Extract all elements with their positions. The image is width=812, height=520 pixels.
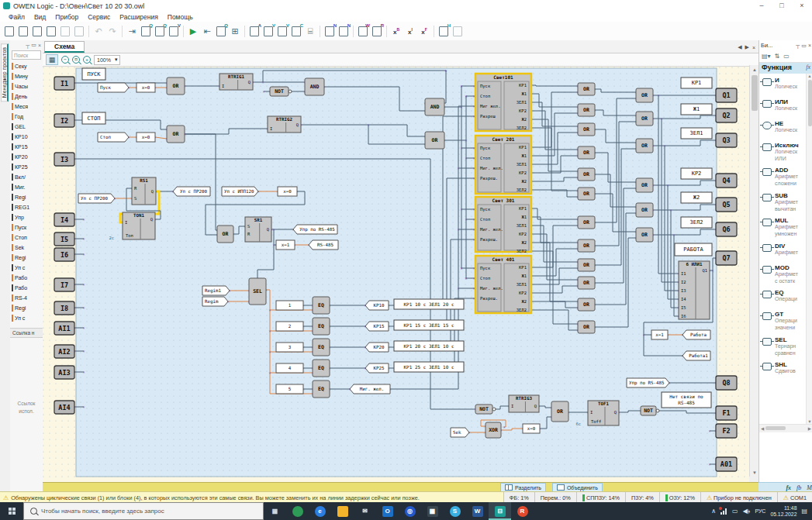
notification-center-icon[interactable]: ▤ — [801, 508, 807, 515]
tab-schema[interactable]: Схема — [44, 41, 85, 53]
menu-Файл[interactable]: Файл — [4, 13, 29, 21]
function-item-MOD[interactable]: MODАрифметс остатк — [759, 261, 812, 287]
library-tab-fx[interactable]: fx — [786, 484, 791, 491]
variable-item[interactable]: Упр — [10, 212, 43, 222]
variable-item[interactable]: Рабо — [10, 273, 43, 283]
function-item-И[interactable]: ИЛогическ — [759, 74, 812, 95]
save-as-icon[interactable] — [44, 24, 58, 38]
function-item-ИЛИ[interactable]: ИЛИЛогическ — [759, 95, 812, 117]
tray-expand-icon[interactable]: ∧ — [711, 508, 716, 515]
variable-item[interactable]: RS-4 — [10, 293, 43, 303]
schema-canvas[interactable]: ××××××××××××××××××××××××××××××××××××××××… — [43, 67, 749, 484]
variable-item[interactable]: КР20 — [10, 152, 43, 162]
grid-toggle-icon[interactable]: ▦ — [46, 54, 58, 65]
minimize-button[interactable]: – — [752, 0, 772, 12]
app-blue-icon[interactable]: ◎ — [399, 502, 421, 520]
float-icon[interactable]: ▭ — [31, 42, 36, 48]
variable-item[interactable]: Год — [10, 112, 43, 122]
clock[interactable]: 11:48 05.12.2022 — [770, 505, 796, 518]
var-c-icon[interactable]: C — [289, 24, 303, 38]
file-explorer-icon[interactable] — [331, 502, 354, 520]
variable-item[interactable]: Sek — [10, 243, 43, 253]
folder-icon[interactable]: ▭ — [783, 53, 790, 60]
function-item-ADD[interactable]: ADDАрифметсложени — [759, 164, 812, 189]
tab-close-icon[interactable]: × — [752, 45, 755, 50]
net-n1-icon[interactable]: N — [323, 24, 337, 38]
function-item-GT[interactable]: GTОперацизначени — [759, 308, 812, 333]
q-block-icon[interactable]: Q — [214, 24, 228, 38]
variable-item[interactable]: День — [10, 91, 43, 102]
lock-icon[interactable]: ⌸ — [303, 24, 317, 38]
var-v2-icon[interactable]: V — [275, 24, 289, 38]
variable-item[interactable]: КР15 — [10, 142, 43, 152]
network-icon[interactable] — [720, 508, 727, 515]
function-item-EQ[interactable]: EQОпераци — [759, 286, 812, 308]
language-indicator[interactable]: РУС — [755, 508, 765, 514]
zoom-fit-icon[interactable]: ⌑ — [72, 56, 80, 64]
menu-Прибор[interactable]: Прибор — [50, 13, 83, 21]
write-var-icon[interactable]: W — [356, 24, 370, 38]
function-item-DIV[interactable]: DIVАрифмет — [759, 239, 812, 261]
scroll-down-icon[interactable]: ▼ — [752, 468, 757, 477]
conv-bool-icon[interactable]: xB — [389, 24, 403, 38]
calculator-icon[interactable]: ▦ — [421, 502, 444, 520]
scrollbar-thumb[interactable] — [752, 75, 758, 111]
save-icon[interactable] — [30, 24, 44, 38]
menu-Вид[interactable]: Вид — [29, 13, 50, 21]
variable-item[interactable]: КР25 — [10, 162, 43, 172]
function-item-НЕ[interactable]: НЕЛогическ — [759, 117, 812, 139]
tab-scroll-right-icon[interactable]: ▶ — [745, 44, 749, 50]
scroll-up-icon[interactable]: ▲ — [752, 65, 757, 74]
var-v1-icon[interactable]: V — [261, 24, 275, 38]
variable-item[interactable]: Мину — [10, 71, 43, 81]
functions-hscrollbar[interactable]: ◀▶ — [759, 425, 812, 432]
float-icon[interactable]: ▭ — [801, 43, 807, 49]
variable-item[interactable]: Regi — [10, 303, 43, 313]
new-file-icon[interactable] — [2, 24, 16, 38]
function-item-SHL[interactable]: SHLСдвигов — [759, 358, 812, 380]
zoom-select[interactable]: 100% ▾ — [94, 55, 120, 65]
zoom-in-icon[interactable]: + — [83, 56, 91, 64]
device-icon[interactable]: H — [437, 24, 451, 38]
online-mode-icon[interactable]: ⇤ — [200, 24, 214, 38]
tab-scroll-left-icon[interactable]: ◀ — [738, 44, 741, 50]
variable-item[interactable]: Стоп — [10, 232, 43, 243]
run-simulation-icon[interactable]: ▶ — [186, 24, 200, 38]
speaker-icon[interactable]: ◀﴿ — [743, 508, 751, 515]
app-green-icon[interactable] — [286, 502, 309, 520]
calendar-clock-icon[interactable]: A — [247, 24, 261, 38]
links-section-header[interactable]: Ссылка н — [10, 328, 43, 338]
variable-item[interactable]: Regi — [10, 192, 43, 202]
variable-item[interactable]: Миг. — [10, 182, 43, 192]
conv-float-icon[interactable]: xF — [417, 24, 431, 38]
variables-search-input[interactable]: Поиск — [12, 50, 41, 60]
menu-Сервис[interactable]: Сервис — [83, 13, 115, 21]
function-item-MUL[interactable]: MULАрифметумножен — [759, 214, 812, 239]
functions-scrollbar[interactable]: ▲▼ — [806, 74, 812, 424]
copy-icon[interactable] — [58, 24, 72, 38]
exit-tool-icon[interactable]: ⇥ — [125, 24, 139, 38]
variable-item[interactable]: Меся — [10, 102, 43, 112]
app-red-icon[interactable]: R — [511, 502, 534, 520]
pin-icon[interactable]: ┬ — [26, 43, 29, 48]
skype-icon[interactable]: S — [444, 502, 466, 520]
library-tab-fb[interactable]: fb — [796, 484, 801, 491]
word-icon[interactable]: W — [466, 502, 489, 520]
taskbar-search-input[interactable]: Чтобы начать поиск, введите здесь запрос — [23, 502, 264, 520]
task-view-icon[interactable]: ▦ — [264, 502, 286, 520]
variable-item[interactable]: Regi — [10, 253, 43, 263]
open-file-icon[interactable] — [16, 24, 30, 38]
read-var-icon[interactable]: R — [370, 24, 384, 38]
variable-item[interactable]: Часы — [10, 81, 43, 91]
pin-icon[interactable]: ┬ — [796, 43, 800, 48]
variable-item[interactable]: REG1 — [10, 202, 43, 212]
close-panel-icon[interactable]: × — [38, 43, 41, 48]
close-panel-icon[interactable]: × — [808, 43, 811, 48]
function-item-Исключ[interactable]: ИсключЛогическИЛИ — [759, 139, 812, 164]
zoom-out-icon[interactable]: − — [61, 56, 69, 64]
variable-item[interactable]: Пуск — [10, 222, 43, 232]
library-tab-M[interactable]: M — [807, 484, 812, 491]
outlook-icon[interactable]: O — [376, 502, 399, 520]
variable-item[interactable]: Секу — [10, 61, 43, 71]
functions-header[interactable]: Функция fx — [759, 63, 812, 74]
